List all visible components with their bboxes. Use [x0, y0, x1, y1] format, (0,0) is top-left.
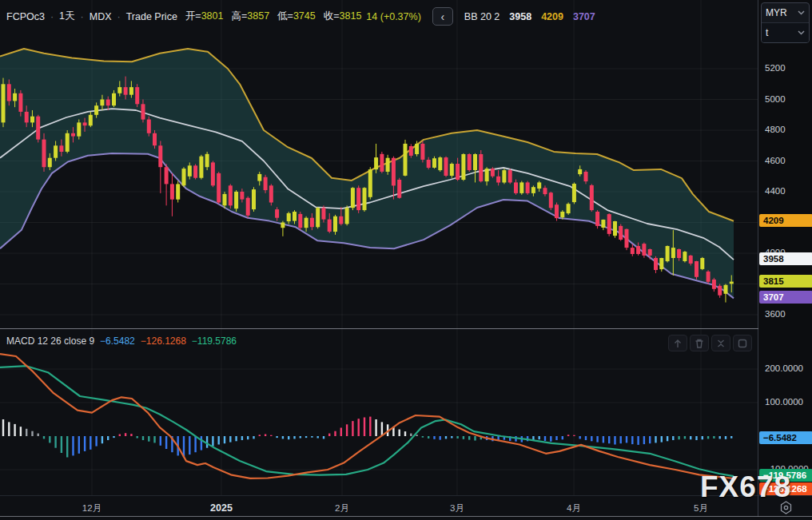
- arrow-up-icon: [672, 338, 683, 349]
- change-label: 14 (+0.37%): [366, 11, 420, 22]
- ohlc-low: 低=3745: [277, 10, 316, 23]
- macd-indicator-name[interactable]: MACD 12 26 close 9: [6, 335, 94, 347]
- macd-legend: MACD 12 26 close 9 −6.5482 −126.1268 −11…: [6, 335, 237, 347]
- bb-indicator-name[interactable]: BB 20 2: [464, 11, 500, 22]
- chevron-down-icon: [798, 30, 805, 35]
- pane-move-up-button[interactable]: [668, 335, 687, 351]
- chevron-down-icon: [798, 10, 805, 15]
- exchange-label[interactable]: MDX: [90, 11, 112, 22]
- macd-signal-line: [0, 366, 734, 476]
- time-axis-settings-button[interactable]: [778, 500, 794, 515]
- price-axis-badge: 4209: [759, 214, 812, 227]
- time-axis-label: 4月: [567, 502, 581, 514]
- price-axis-badge: 3707: [759, 291, 812, 304]
- price-axis-badge: 3815: [759, 275, 812, 288]
- separator-dot: ·: [81, 11, 84, 22]
- time-axis-label: 2025: [210, 502, 233, 514]
- symbol-name[interactable]: FCPOc3: [6, 11, 45, 22]
- macd-axis-badge: −119.5786: [759, 469, 812, 482]
- macd-line-value: −126.1268: [141, 335, 186, 347]
- macd-signal-value: −119.5786: [192, 335, 237, 347]
- price-axis-badge: 3958: [759, 252, 812, 265]
- bb-fill-area: [0, 49, 734, 298]
- macd-line: [0, 354, 734, 478]
- price-tick-label: 5000: [765, 94, 786, 104]
- price-pane-chart[interactable]: [0, 0, 758, 330]
- symbol-detail-widget: MYR t: [761, 2, 810, 43]
- price-axis[interactable]: MYR t 5200500048004600440040003600420939…: [758, 0, 812, 495]
- price-tick-label: 5200: [765, 63, 786, 73]
- ohlc-high: 高=3857: [231, 10, 269, 23]
- bb-lower-value: 3707: [573, 11, 595, 22]
- chevron-left-icon: ‹: [440, 10, 444, 23]
- ohlc-open: 开=3801: [185, 10, 224, 23]
- separator-dot: ·: [117, 11, 121, 22]
- trading-chart-window: FCPOc3 · 1天 · MDX · Trade Price 开=3801 高…: [0, 0, 812, 520]
- price-tick-label: 4400: [765, 186, 786, 196]
- collapse-indicators-button[interactable]: ‹: [432, 7, 453, 26]
- macd-tick-label: 200.0000: [765, 363, 803, 373]
- macd-axis-badge: −126.1268: [759, 482, 812, 495]
- macd-tick-label: 100.0000: [765, 397, 803, 407]
- collapse-icon: [715, 338, 726, 349]
- bb-basis-value: 3958: [509, 11, 531, 22]
- maximize-icon: [737, 338, 748, 349]
- time-axis-label: 12月: [82, 502, 102, 514]
- macd-pane-chart[interactable]: [0, 330, 758, 495]
- pane-maximize-button[interactable]: [733, 335, 752, 351]
- pane-divider-handle[interactable]: [0, 328, 812, 329]
- unit-select[interactable]: t: [762, 22, 809, 42]
- time-axis[interactable]: 12月20252月3月4月5月: [0, 496, 812, 520]
- time-axis-label: 5月: [694, 502, 708, 514]
- series-type-label[interactable]: Trade Price: [126, 11, 177, 22]
- ohlc-close: 收=3815: [324, 10, 362, 23]
- macd-hist-value: −6.5482: [100, 335, 135, 347]
- interval-label[interactable]: 1天: [59, 10, 74, 23]
- macd-axis-badge: −6.5482: [759, 431, 812, 444]
- currency-select[interactable]: MYR: [762, 3, 809, 22]
- pane-delete-button[interactable]: [690, 335, 709, 351]
- symbol-legend: FCPOc3 · 1天 · MDX · Trade Price 开=3801 高…: [6, 7, 595, 26]
- trash-icon: [694, 338, 705, 349]
- price-tick-label: 4600: [765, 156, 786, 165]
- hexagon-settings-icon: [778, 500, 794, 515]
- price-tick-label: 4800: [765, 125, 786, 134]
- macd-pane-toolbar: [668, 335, 752, 351]
- bb-upper-value: 4209: [541, 11, 563, 22]
- pane-collapse-button[interactable]: [711, 335, 730, 351]
- macd-histogram: [2, 417, 733, 458]
- separator-dot: ·: [50, 11, 54, 22]
- time-axis-label: 3月: [450, 502, 464, 514]
- price-tick-label: 3600: [765, 309, 786, 319]
- time-axis-label: 2月: [335, 502, 349, 514]
